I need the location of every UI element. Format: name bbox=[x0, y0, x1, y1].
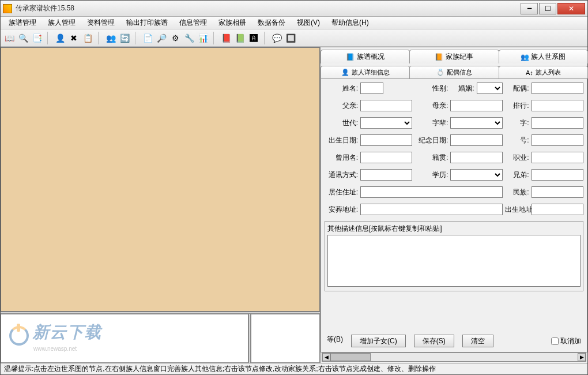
toolbar-separator bbox=[213, 32, 217, 44]
generation-select[interactable] bbox=[360, 117, 412, 129]
tab-icon: A↕ bbox=[525, 69, 533, 77]
minimize-button[interactable]: ━ bbox=[521, 3, 538, 14]
toolbar-button-13[interactable]: ⚙ bbox=[169, 32, 182, 44]
description-group: 其他描述信息[按鼠标右键复制和粘贴] bbox=[325, 221, 583, 291]
spouse-field[interactable] bbox=[532, 82, 583, 94]
toolbar-button-6[interactable]: 📋 bbox=[81, 32, 94, 44]
description-legend: 其他描述信息[按鼠标右键复制和粘贴] bbox=[327, 224, 581, 234]
toolbar-separator bbox=[135, 32, 138, 44]
clear-button[interactable]: 清空 bbox=[462, 335, 493, 347]
person-form: 姓名: 性别: 婚姻: 配偶: 父亲: 母亲: 排行: bbox=[321, 78, 587, 352]
usedname-field[interactable] bbox=[360, 152, 412, 163]
address-field[interactable] bbox=[360, 186, 503, 198]
tab-tabs-sub-1[interactable]: 💍配偶信息 bbox=[409, 66, 499, 78]
tab-tabs-top-0[interactable]: 📘族谱概况 bbox=[321, 50, 410, 63]
menu-4[interactable]: 信息管理 bbox=[174, 17, 213, 29]
tab-label: 族人详细信息 bbox=[352, 68, 390, 77]
toolbar-button-15[interactable]: 📊 bbox=[197, 32, 209, 44]
burial-field[interactable] bbox=[360, 204, 503, 215]
toolbar-button-17[interactable]: 📕 bbox=[220, 32, 232, 44]
partial-button-b[interactable]: 等(B) bbox=[327, 335, 343, 347]
scroll-right-button[interactable]: ▶ bbox=[578, 353, 586, 361]
native-field[interactable] bbox=[450, 152, 502, 163]
scroll-thumb[interactable] bbox=[330, 353, 371, 361]
tab-tabs-sub-0[interactable]: 👤族人详细信息 bbox=[321, 66, 410, 78]
cancel-add-checkbox-input[interactable] bbox=[551, 337, 559, 345]
label-brothers: 兄弟: bbox=[505, 170, 529, 180]
label-contact: 通讯方式: bbox=[325, 170, 358, 180]
toolbar-button-11[interactable]: 📄 bbox=[141, 32, 154, 44]
horizontal-scrollbar[interactable]: ◀ ▶ bbox=[322, 352, 586, 362]
menu-1[interactable]: 族人管理 bbox=[42, 17, 81, 29]
toolbar-button-19[interactable]: 🅰 bbox=[247, 32, 260, 44]
toolbar-button-5[interactable]: ✖ bbox=[67, 32, 80, 44]
label-mother: 母亲: bbox=[414, 101, 448, 111]
toolbar-button-18[interactable]: 📗 bbox=[233, 32, 246, 44]
menu-5[interactable]: 家族相册 bbox=[213, 17, 252, 29]
label-burial: 安葬地址: bbox=[325, 205, 358, 215]
rank-field[interactable] bbox=[532, 100, 583, 111]
mother-field[interactable] bbox=[450, 100, 502, 111]
father-field[interactable] bbox=[360, 100, 412, 111]
tab-label: 族谱概况 bbox=[357, 52, 385, 62]
label-hao: 号: bbox=[505, 136, 529, 145]
name-field[interactable] bbox=[360, 82, 383, 94]
scroll-left-button[interactable]: ◀ bbox=[322, 353, 330, 361]
zibei-select[interactable] bbox=[450, 117, 502, 129]
bottom-right-mini-panel[interactable] bbox=[251, 314, 320, 363]
close-button[interactable]: ✕ bbox=[557, 3, 585, 14]
tab-icon: 👤 bbox=[341, 69, 349, 77]
menu-2[interactable]: 资料管理 bbox=[81, 17, 120, 29]
cancel-add-checkbox[interactable]: 取消加 bbox=[551, 336, 581, 346]
app-icon bbox=[3, 4, 12, 13]
maximize-button[interactable]: ☐ bbox=[539, 3, 556, 14]
toolbar-button-12[interactable]: 🔎 bbox=[155, 32, 168, 44]
toolbar-button-9[interactable]: 🔄 bbox=[118, 32, 131, 44]
zi-field[interactable] bbox=[532, 117, 583, 129]
toolbar-button-4[interactable]: 👤 bbox=[54, 32, 66, 44]
menu-0[interactable]: 族谱管理 bbox=[3, 17, 42, 29]
birthplace-field[interactable] bbox=[532, 204, 583, 215]
brothers-field[interactable] bbox=[532, 169, 583, 181]
toolbar-button-1[interactable]: 🔍 bbox=[17, 32, 29, 44]
job-field[interactable] bbox=[532, 152, 583, 163]
label-usedname: 曾用名: bbox=[325, 153, 358, 163]
menu-8[interactable]: 帮助信息(H) bbox=[326, 17, 375, 29]
tab-tabs-top-2[interactable]: 👥族人世系图 bbox=[499, 50, 588, 63]
toolbar-button-22[interactable]: 🔲 bbox=[284, 32, 297, 44]
tab-icon: 💍 bbox=[436, 69, 444, 77]
status-bar: 温馨提示:点击左边世系图的节点,在右侧族人信息窗口完善族人其他信息;右击该节点修… bbox=[1, 363, 587, 374]
toolbar-button-2[interactable]: 📑 bbox=[31, 32, 43, 44]
memorial-date-field[interactable] bbox=[450, 134, 502, 146]
contact-field[interactable] bbox=[360, 169, 412, 181]
tabs-upper: 📘族谱概况📙家族纪事👥族人世系图 bbox=[321, 47, 587, 63]
education-select[interactable] bbox=[450, 169, 502, 181]
save-button[interactable]: 保存(S) bbox=[414, 335, 454, 347]
lineage-tree-panel[interactable] bbox=[1, 47, 320, 312]
label-birthdate: 出生日期: bbox=[325, 136, 358, 145]
description-textarea[interactable] bbox=[327, 235, 581, 287]
tab-label: 族人列表 bbox=[536, 68, 561, 77]
label-gender: 性别: bbox=[414, 84, 448, 93]
label-father: 父亲: bbox=[325, 101, 358, 111]
marriage-select[interactable] bbox=[477, 82, 503, 94]
toolbar-button-21[interactable]: 💬 bbox=[270, 32, 283, 44]
tab-tabs-sub-2[interactable]: A↕族人列表 bbox=[499, 66, 588, 78]
ethnic-field[interactable] bbox=[532, 186, 583, 198]
menu-7[interactable]: 视图(V) bbox=[291, 17, 326, 29]
toolbar-button-0[interactable]: 📖 bbox=[3, 32, 16, 44]
tab-tabs-top-1[interactable]: 📙家族纪事 bbox=[409, 50, 499, 63]
birthdate-field[interactable] bbox=[360, 134, 412, 146]
toolbar: 📖🔍📑👤✖📋👥🔄📄🔎⚙🔧📊📕📗🅰💬🔲 bbox=[1, 29, 587, 47]
toolbar-separator bbox=[98, 32, 101, 44]
menu-3[interactable]: 输出打印族谱 bbox=[120, 17, 174, 29]
bottom-left-panel[interactable] bbox=[1, 314, 248, 363]
menu-6[interactable]: 数据备份 bbox=[252, 17, 291, 29]
hao-field[interactable] bbox=[532, 134, 583, 146]
label-birthplace: 出生地址: bbox=[505, 205, 529, 215]
toolbar-button-8[interactable]: 👥 bbox=[104, 32, 117, 44]
toolbar-button-14[interactable]: 🔧 bbox=[183, 32, 195, 44]
add-children-button[interactable]: 增加子女(C) bbox=[351, 335, 406, 347]
label-address: 居住住址: bbox=[325, 187, 358, 197]
tab-label: 家族纪事 bbox=[446, 52, 473, 62]
